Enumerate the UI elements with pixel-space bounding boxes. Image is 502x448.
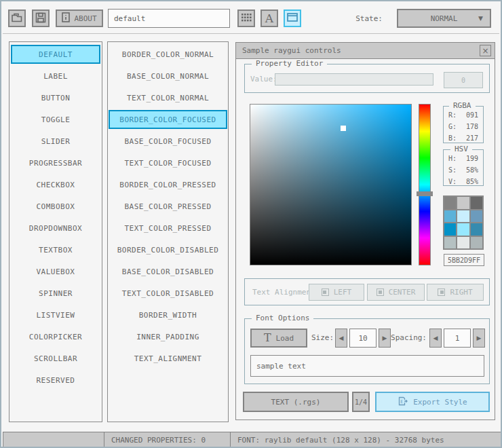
- spacing-increment-button[interactable]: ▶: [473, 329, 485, 348]
- properties-list-item[interactable]: BASE_COLOR_NORMAL: [109, 67, 227, 86]
- size-decrement-button[interactable]: ◀: [335, 329, 347, 348]
- properties-list-item[interactable]: INNER_PADDING: [109, 327, 227, 346]
- spacing-value: 1: [455, 334, 460, 343]
- font-load-button[interactable]: T Load: [250, 329, 307, 348]
- save-file-button[interactable]: [32, 10, 50, 27]
- align-right-icon: [438, 288, 445, 296]
- rgba-group-label: RGBA: [449, 101, 476, 110]
- properties-list-item[interactable]: BASE_COLOR_DISABLED: [109, 262, 227, 281]
- color-swatch[interactable]: [444, 210, 456, 223]
- status-font-info: FONT: raylib default (128 x 128) - 32768…: [230, 432, 502, 448]
- align-left-icon: [322, 288, 329, 296]
- properties-list-item[interactable]: BORDER_COLOR_PRESSED: [109, 175, 227, 194]
- spacing-decrement-button[interactable]: ◀: [429, 329, 442, 348]
- b-label: B:: [448, 132, 457, 144]
- state-dropdown-value: NORMAL: [431, 14, 458, 23]
- value-input[interactable]: [275, 73, 433, 86]
- about-button[interactable]: ABOUT: [56, 10, 103, 27]
- align-left-button[interactable]: LEFT: [309, 284, 364, 301]
- hue-bar[interactable]: [419, 104, 431, 265]
- font-options-group-label: Font Options: [252, 314, 313, 322]
- color-swatch[interactable]: [471, 237, 482, 249]
- align-right-button[interactable]: RIGHT: [427, 284, 484, 301]
- properties-list-item[interactable]: BORDER_COLOR_FOCUSED: [109, 110, 227, 129]
- color-swatch[interactable]: [457, 237, 469, 249]
- export-format-page-button[interactable]: 1/4: [352, 392, 370, 412]
- properties-list-item[interactable]: BORDER_WIDTH: [109, 305, 227, 324]
- controls-list-item[interactable]: DROPDOWNBOX: [11, 219, 100, 238]
- controls-list-item[interactable]: SLIDER: [11, 132, 100, 151]
- arrow-right-icon: ▶: [477, 335, 482, 341]
- style-name-input[interactable]: [108, 9, 230, 28]
- color-swatch[interactable]: [457, 210, 469, 223]
- controls-list-item[interactable]: TOGGLE: [11, 110, 100, 129]
- font-mode-button[interactable]: A: [260, 10, 278, 27]
- property-editor-group-label: Property Editor: [252, 59, 327, 68]
- controls-list-item[interactable]: SPINNER: [11, 284, 100, 303]
- color-picker-cursor[interactable]: [341, 126, 346, 131]
- rguistyler-window: ABOUT A: [0, 0, 502, 448]
- properties-list-item[interactable]: TEXT_COLOR_FOCUSED: [109, 153, 227, 172]
- style-table-mode-button[interactable]: [237, 10, 255, 27]
- close-button[interactable]: ×: [480, 45, 491, 56]
- properties-list-item[interactable]: TEXT_ALIGNMENT: [109, 349, 227, 368]
- align-center-button[interactable]: CENTER: [367, 284, 425, 301]
- status-changed-properties: CHANGED PROPERTIES: 0: [104, 432, 231, 448]
- controls-list-item[interactable]: BUTTON: [11, 88, 100, 107]
- export-format-button[interactable]: TEXT (.rgs): [243, 392, 349, 412]
- color-swatch[interactable]: [457, 223, 469, 236]
- hex-color-text: 5BB2D9FF: [448, 257, 480, 264]
- controls-list-item[interactable]: TEXTBOX: [11, 240, 100, 259]
- arrow-left-icon: ◀: [339, 335, 344, 341]
- arrow-right-icon: ▶: [383, 335, 387, 341]
- sample-window-titlebar[interactable]: Sample raygui controls ×: [236, 43, 495, 59]
- chevron-down-icon: ▼: [478, 15, 483, 22]
- font-t-icon: T: [264, 333, 271, 343]
- rgba-row-b: B: 217: [444, 132, 483, 144]
- controls-list-item[interactable]: DEFAULT: [11, 45, 100, 64]
- sample-controls-window: Sample raygui controls × Property Editor…: [235, 42, 495, 420]
- color-swatch[interactable]: [471, 223, 482, 236]
- color-swatch[interactable]: [444, 197, 456, 209]
- controls-list-item[interactable]: LABEL: [11, 67, 100, 86]
- size-value-box[interactable]: 10: [349, 329, 376, 348]
- controls-list-item[interactable]: VALUEBOX: [11, 262, 100, 281]
- controls-list: DEFAULTLABELBUTTONTOGGLESLIDERPROGRESSBA…: [9, 41, 102, 422]
- state-dropdown[interactable]: NORMAL ▼: [397, 9, 491, 28]
- status-cell-empty: [3, 432, 104, 448]
- properties-list-item[interactable]: TEXT_COLOR_PRESSED: [109, 219, 227, 238]
- controls-list-item[interactable]: LISTVIEW: [11, 305, 100, 324]
- color-swatch[interactable]: [444, 237, 456, 249]
- properties-list-item[interactable]: TEXT_COLOR_DISABLED: [109, 284, 227, 303]
- spacing-value-box[interactable]: 1: [444, 329, 471, 348]
- color-swatch[interactable]: [471, 210, 482, 223]
- color-swatch[interactable]: [471, 197, 482, 209]
- properties-list-item[interactable]: BASE_COLOR_FOCUSED: [109, 132, 227, 151]
- hue-slider-handle[interactable]: [417, 191, 433, 196]
- controls-mode-button[interactable]: [284, 10, 301, 27]
- sample-text-box[interactable]: sample text: [250, 355, 484, 377]
- controls-list-item[interactable]: SCROLLBAR: [11, 349, 100, 368]
- color-saturation-value-picker[interactable]: [250, 104, 412, 265]
- color-swatch[interactable]: [444, 223, 456, 236]
- properties-list-item[interactable]: BASE_COLOR_PRESSED: [109, 197, 227, 216]
- properties-list-item[interactable]: TEXT_COLOR_NORMAL: [109, 88, 227, 107]
- controls-list-item[interactable]: COLORPICKER: [11, 327, 100, 346]
- rgba-group: RGBA R: 091 G: 178 B: 217: [443, 106, 484, 143]
- color-swatch[interactable]: [457, 197, 469, 209]
- value-apply-button[interactable]: 0: [444, 72, 483, 88]
- controls-list-item[interactable]: CHECKBOX: [11, 175, 100, 194]
- controls-list-item[interactable]: PROGRESSBAR: [11, 153, 100, 172]
- value-apply-button-label: 0: [461, 77, 465, 84]
- changed-properties-text: CHANGED PROPERTIES: 0: [111, 436, 206, 445]
- hsv-row-v: V: 85%: [444, 176, 483, 187]
- properties-list-item[interactable]: BORDER_COLOR_DISABLED: [109, 240, 227, 259]
- state-label: State:: [355, 14, 383, 23]
- export-style-button[interactable]: E Export Style: [375, 392, 490, 412]
- controls-list-item[interactable]: COMBOBOX: [11, 197, 100, 216]
- open-file-button[interactable]: [8, 10, 26, 27]
- spacing-label: Spacing:: [389, 333, 427, 342]
- properties-list-item[interactable]: BORDER_COLOR_NORMAL: [109, 45, 227, 64]
- g-label: G:: [448, 121, 457, 132]
- controls-list-item[interactable]: RESERVED: [11, 371, 100, 390]
